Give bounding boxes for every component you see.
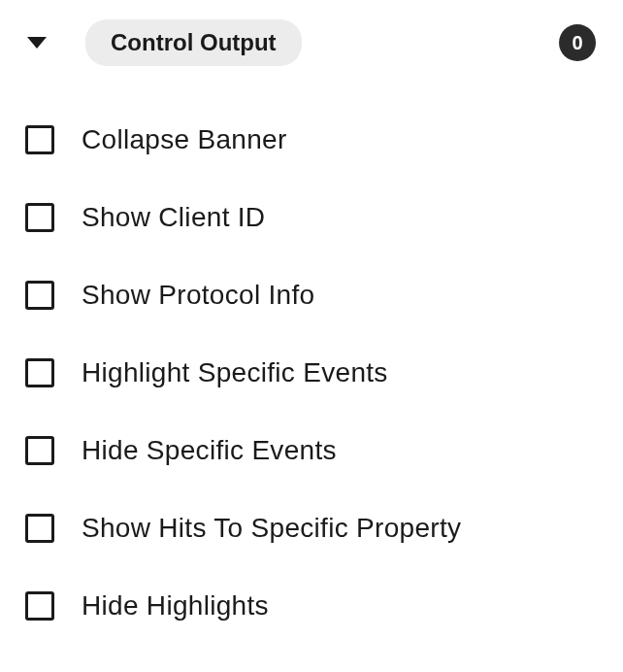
checkbox[interactable] [25,514,54,543]
option-label: Show Client ID [82,202,265,233]
section-title-pill[interactable]: Control Output [85,19,302,66]
option-label: Show Hits To Specific Property [82,513,461,544]
section-header: Control Output 0 [19,19,604,66]
option-collapse-banner[interactable]: Collapse Banner [19,124,604,155]
badge-count: 0 [572,32,582,54]
checkbox[interactable] [25,436,54,465]
count-badge: 0 [559,24,596,61]
option-label: Hide Specific Events [82,435,337,466]
option-highlight-specific-events[interactable]: Highlight Specific Events [19,357,604,388]
option-label: Collapse Banner [82,124,287,155]
option-show-client-id[interactable]: Show Client ID [19,202,604,233]
option-hide-specific-events[interactable]: Hide Specific Events [19,435,604,466]
option-label: Show Protocol Info [82,280,314,311]
option-hide-highlights[interactable]: Hide Highlights [19,590,604,622]
checkbox[interactable] [25,358,54,387]
option-show-hits-to-specific-property[interactable]: Show Hits To Specific Property [19,513,604,544]
option-label: Highlight Specific Events [82,357,388,388]
option-label: Hide Highlights [82,590,269,622]
checkbox[interactable] [25,125,54,154]
options-list: Collapse Banner Show Client ID Show Prot… [19,124,604,622]
checkbox[interactable] [25,203,54,232]
checkbox[interactable] [25,281,54,310]
checkbox[interactable] [25,591,54,621]
section-title: Control Output [111,29,277,55]
option-show-protocol-info[interactable]: Show Protocol Info [19,280,604,311]
chevron-down-icon[interactable] [27,37,47,49]
